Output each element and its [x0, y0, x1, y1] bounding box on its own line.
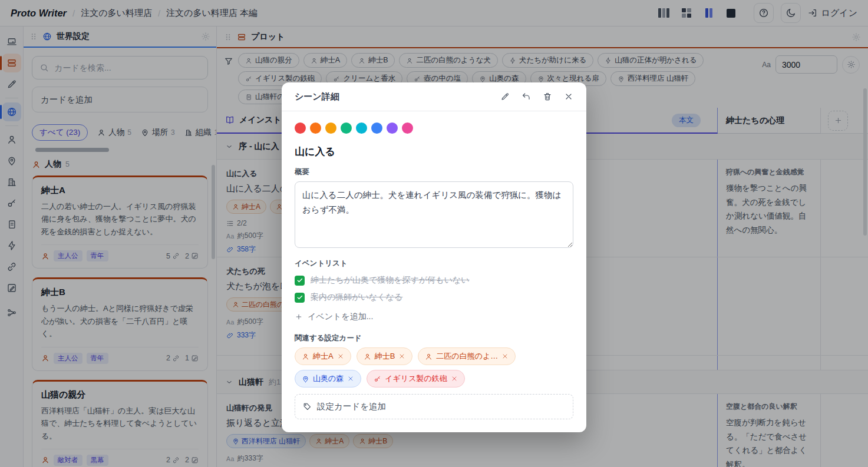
- person-icon: [425, 353, 433, 360]
- related-chip-list: 紳士A 紳士B 二匹の白熊のよ… 山奥の森 イギリス製の鉄砲: [295, 347, 573, 387]
- plus-icon: [295, 313, 303, 321]
- color-swatch[interactable]: [310, 122, 321, 134]
- event-list-label: イベントリスト: [295, 259, 573, 269]
- close-icon: [451, 375, 458, 382]
- color-swatch[interactable]: [387, 122, 398, 134]
- modal-title: シーン詳細: [295, 91, 339, 102]
- pencil-icon: [500, 92, 510, 101]
- remove-chip-icon[interactable]: [398, 353, 405, 360]
- add-event-button[interactable]: イベントを追加...: [295, 312, 573, 322]
- summary-textarea[interactable]: 山に入る二人の紳士。犬を連れイギリス風の装備で狩猟に。獲物はおらず不満。: [295, 181, 573, 248]
- color-swatch[interactable]: [371, 122, 382, 134]
- chip-label: 山奥の森: [313, 373, 344, 384]
- modal-body: 山に入る 概要 山に入る二人の紳士。犬を連れイギリス風の装備で狩猟に。獲物はおら…: [282, 111, 586, 432]
- add-setting-card-button[interactable]: 設定カードを追加: [295, 394, 573, 419]
- remove-chip-icon[interactable]: [451, 375, 458, 382]
- key-icon: [374, 375, 381, 383]
- color-swatch[interactable]: [341, 122, 352, 134]
- event-item: 案内の猟師がいなくなる: [295, 292, 573, 303]
- color-swatch[interactable]: [325, 122, 336, 134]
- event-checkbox[interactable]: [295, 293, 305, 303]
- related-card-chip[interactable]: イギリス製の鉄砲: [367, 370, 465, 387]
- person-icon: [364, 353, 371, 360]
- close-icon: [501, 353, 509, 360]
- close-icon: [398, 353, 405, 360]
- edit-button[interactable]: [500, 92, 510, 101]
- trash-icon: [543, 92, 552, 101]
- chip-label: 紳士A: [313, 351, 334, 362]
- close-icon: [564, 92, 573, 101]
- modal-header: シーン詳細: [282, 82, 586, 111]
- summary-label: 概要: [295, 167, 573, 177]
- event-list-section: イベントリスト 紳士たちが山奥で獲物を探すが何もいない 案内の猟師がいなくなる …: [295, 259, 573, 322]
- pin-icon: [302, 375, 309, 383]
- chip-label: 紳士B: [375, 351, 395, 362]
- event-item: 紳士たちが山奥で獲物を探すが何もいない: [295, 275, 573, 286]
- close-icon: [337, 353, 344, 360]
- related-card-chip[interactable]: 紳士B: [357, 347, 413, 365]
- color-swatch[interactable]: [295, 122, 306, 134]
- related-cards-section: 関連する設定カード 紳士A 紳士B 二匹の白熊のよ… 山奥の森 イギリス製の鉄砲…: [295, 333, 573, 419]
- chip-label: イギリス製の鉄砲: [385, 373, 447, 384]
- chip-label: 二匹の白熊のよ…: [436, 351, 498, 362]
- related-card-chip[interactable]: 山奥の森: [295, 370, 361, 387]
- related-card-chip[interactable]: 二匹の白熊のよ…: [418, 347, 516, 365]
- color-swatch[interactable]: [402, 122, 413, 134]
- check-icon: [296, 294, 303, 301]
- event-text: 案内の猟師がいなくなる: [311, 292, 402, 303]
- add-setting-card-label: 設定カードを追加: [317, 401, 386, 412]
- undo-icon: [522, 92, 531, 101]
- event-text: 紳士たちが山奥で獲物を探すが何もいない: [311, 275, 470, 286]
- remove-chip-icon[interactable]: [501, 353, 509, 360]
- undo-button[interactable]: [522, 92, 531, 101]
- related-card-chip[interactable]: 紳士A: [295, 347, 351, 365]
- color-palette: [295, 122, 573, 134]
- remove-chip-icon[interactable]: [347, 375, 354, 382]
- tag-icon: [303, 402, 312, 411]
- add-event-label: イベントを追加...: [308, 312, 373, 322]
- delete-button[interactable]: [543, 92, 552, 101]
- remove-chip-icon[interactable]: [337, 353, 344, 360]
- event-checkbox[interactable]: [295, 276, 305, 286]
- related-cards-label: 関連する設定カード: [295, 333, 573, 343]
- person-icon: [302, 353, 309, 360]
- scene-detail-modal: シーン詳細 山に入る 概要 山に入る二人の紳士。犬を連れイギリス風の装備で狩猟に…: [282, 82, 586, 432]
- scene-title: 山に入る: [295, 145, 573, 158]
- modal-actions: [500, 92, 573, 101]
- color-swatch[interactable]: [356, 122, 367, 134]
- check-icon: [296, 277, 303, 284]
- close-button[interactable]: [564, 92, 573, 101]
- close-icon: [347, 375, 354, 382]
